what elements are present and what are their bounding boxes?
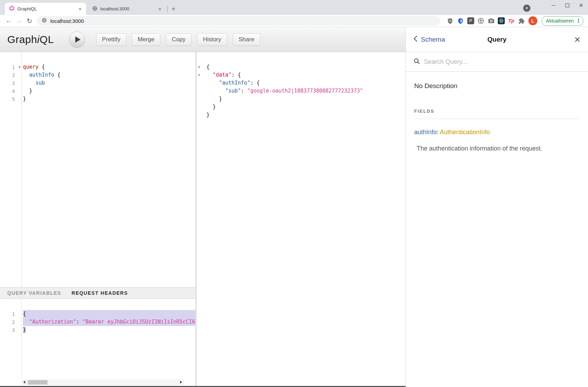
browser-navbar: ← → ↻ localhost:3000 U0 P: [0, 15, 588, 27]
field-type-link[interactable]: AuthenticationInfo: [440, 129, 490, 136]
fields-divider: [414, 119, 580, 119]
graphiql-toolbar: GraphiQL Prettify Merge Copy History Sha…: [0, 27, 406, 52]
tab-search-button[interactable]: ▾: [523, 5, 530, 12]
editor-panes: 1▾2345 query { authInfo { sub }} QUERY V…: [0, 52, 406, 387]
fields-section-header: FIELDS: [414, 109, 580, 114]
headers-editor-code[interactable]: { "Authorization": "Bearer eyJhbGciOiJSU…: [22, 299, 195, 379]
chevron-down-icon: ▾: [526, 6, 528, 10]
react-devtools-icon[interactable]: [498, 17, 505, 24]
tab-title: localhost:3000: [100, 6, 157, 11]
site-globe-icon: [42, 18, 47, 24]
headers-editor-gutter: 123: [0, 299, 22, 379]
doc-back-link[interactable]: Schema: [414, 35, 445, 44]
chevron-left-icon: [414, 35, 418, 44]
doc-explorer-header: Query Schema ×: [406, 27, 588, 52]
browser-window: GraphiQL × localhost:3000 × + ▾ × ← → ↻: [0, 0, 588, 387]
browser-menu-icon[interactable]: ⋮: [576, 18, 581, 24]
browser-titlebar: GraphiQL × localhost:3000 × + ▾ ×: [0, 0, 588, 15]
scroll-right-icon[interactable]: [180, 381, 182, 384]
history-button[interactable]: History: [197, 33, 227, 46]
graphiql-left-section: GraphiQL Prettify Merge Copy History Sha…: [0, 27, 406, 387]
url-text: localhost:3000: [50, 18, 84, 24]
minimize-button[interactable]: [546, 0, 560, 10]
result-fold-column[interactable]: ▾▾: [197, 52, 205, 386]
play-icon: [75, 36, 80, 43]
minimize-icon: [552, 5, 555, 6]
horizontal-scrollbar-row: [0, 379, 195, 386]
bitwarden-shield-icon[interactable]: [457, 17, 465, 25]
window-controls: ▾ ×: [523, 0, 588, 15]
close-icon: ×: [579, 2, 583, 9]
new-tab-button[interactable]: +: [169, 5, 178, 14]
extensions-row: U0 P Tp: [446, 16, 537, 25]
search-icon: [414, 58, 420, 66]
field-description: The authentication information of the re…: [417, 145, 580, 152]
p-extension-icon[interactable]: P: [467, 17, 474, 24]
tab-separator: [167, 6, 168, 12]
address-bar[interactable]: localhost:3000: [37, 16, 440, 26]
svg-text:U0: U0: [449, 19, 451, 22]
browser-tab-graphiql[interactable]: GraphiQL ×: [5, 3, 86, 15]
tab-query-variables[interactable]: QUERY VARIABLES: [7, 290, 61, 296]
update-label: Aktualisieren: [546, 18, 574, 24]
globe-icon: [92, 6, 97, 12]
browser-tab-localhost[interactable]: localhost:3000 ×: [88, 3, 166, 15]
query-editor-gutter: 1▾2345: [0, 52, 22, 287]
request-headers-editor[interactable]: 123 { "Authorization": "Bearer eyJhbGciO…: [0, 299, 195, 379]
graphiql-favicon-icon: [9, 6, 15, 12]
tab-close-icon[interactable]: ×: [77, 6, 83, 12]
back-button[interactable]: ←: [3, 16, 14, 26]
query-editor[interactable]: 1▾2345 query { authInfo { sub }}: [0, 52, 195, 287]
field-name-link[interactable]: authInfo: [414, 129, 437, 136]
forward-button[interactable]: →: [14, 16, 24, 26]
tab-title: GraphiQL: [17, 6, 77, 11]
graphiql-app: GraphiQL Prettify Merge Copy History Sha…: [0, 27, 588, 387]
doc-search-row: [406, 52, 588, 72]
doc-explorer-panel: Query Schema × No Description FIELDS: [406, 27, 588, 387]
camera-icon[interactable]: [487, 17, 495, 25]
tab-request-headers[interactable]: REQUEST HEADERS: [71, 290, 128, 296]
copy-button[interactable]: Copy: [166, 33, 191, 46]
ublock-shield-icon[interactable]: U0: [446, 17, 454, 25]
query-editor-code[interactable]: query { authInfo { sub }}: [22, 52, 195, 287]
field-row-authinfo: authInfo: AuthenticationInfo: [414, 129, 580, 136]
scroll-left-icon[interactable]: [23, 381, 25, 384]
merge-button[interactable]: Merge: [132, 33, 160, 46]
close-window-button[interactable]: ×: [574, 0, 588, 10]
maximize-button[interactable]: [560, 0, 574, 10]
tab-close-icon[interactable]: ×: [157, 6, 163, 12]
share-button[interactable]: Share: [233, 33, 260, 46]
result-viewer-code: { "data": { "authInfo": { "sub": "google…: [205, 52, 406, 386]
execute-query-button[interactable]: [69, 32, 85, 48]
profile-avatar[interactable]: L: [528, 16, 537, 25]
maximize-icon: [565, 3, 569, 7]
doc-search-input[interactable]: [424, 58, 580, 66]
query-pane: 1▾2345 query { authInfo { sub }} QUERY V…: [0, 52, 195, 386]
variables-titlebar: QUERY VARIABLES REQUEST HEADERS: [0, 287, 195, 299]
result-pane: ▾▾ { "data": { "authInfo": { "sub": "goo…: [197, 52, 406, 386]
toolbar-buttons: Prettify Merge Copy History Share: [96, 33, 260, 46]
precision-select-icon[interactable]: [477, 17, 485, 25]
reload-button[interactable]: ↻: [24, 16, 35, 26]
doc-explorer-body: No Description FIELDS authInfo: Authenti…: [406, 72, 588, 160]
update-browser-button[interactable]: Aktualisieren ⋮: [542, 16, 583, 26]
scrollbar-thumb[interactable]: [28, 380, 48, 385]
doc-close-button[interactable]: ×: [574, 34, 580, 45]
graphiql-logo: GraphiQL: [7, 34, 54, 45]
tampermonkey-tp-icon[interactable]: Tp: [508, 17, 515, 25]
prettify-button[interactable]: Prettify: [96, 33, 126, 46]
type-description: No Description: [414, 82, 580, 90]
horizontal-scrollbar[interactable]: [22, 379, 184, 385]
extensions-puzzle-icon[interactable]: [518, 17, 526, 25]
